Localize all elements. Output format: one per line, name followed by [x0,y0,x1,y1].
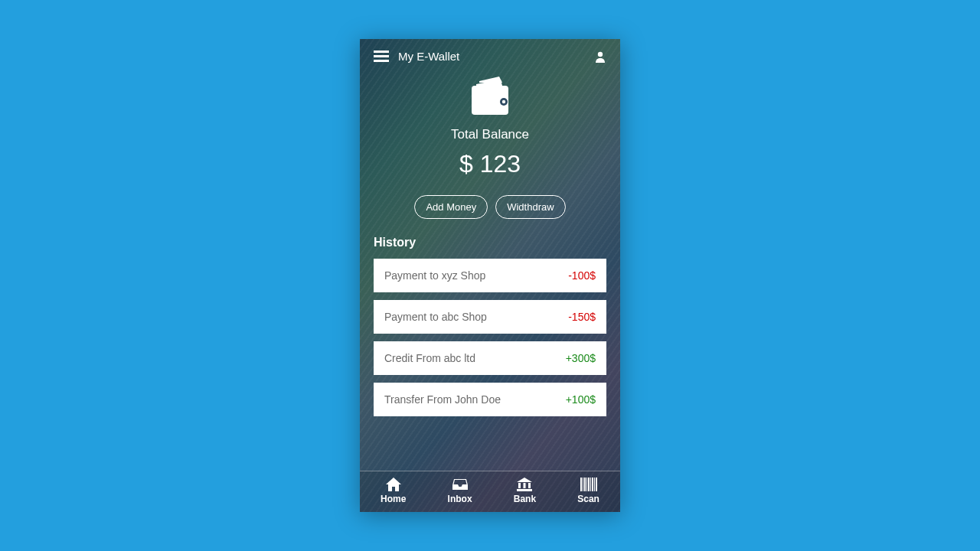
history-item-desc: Transfer From John Doe [384,393,501,406]
inbox-icon [452,478,468,491]
svg-point-6 [502,100,505,103]
svg-rect-8 [524,483,526,488]
svg-rect-13 [584,478,586,491]
barcode-icon [580,478,597,491]
svg-rect-1 [374,55,389,57]
nav-label: Inbox [448,494,472,504]
nav-label: Scan [577,494,599,504]
nav-bank[interactable]: Bank [514,478,536,504]
svg-point-3 [598,51,603,56]
balance-label: Total Balance [360,127,620,142]
history-item[interactable]: Transfer From John Doe+100$ [374,383,606,416]
svg-rect-17 [592,478,593,491]
history-item[interactable]: Payment to xyz Shop-100$ [374,259,606,292]
svg-rect-9 [528,483,531,488]
svg-rect-7 [518,483,521,488]
bank-icon [517,478,532,491]
top-bar: My E-Wallet [360,39,620,69]
history-item-desc: Payment to xyz Shop [384,269,485,282]
balance-section: Total Balance $ 123 Add Money Widthdraw [360,69,620,219]
nav-home[interactable]: Home [381,478,406,504]
history-item[interactable]: Credit From abc ltd+300$ [374,341,606,375]
svg-rect-12 [583,478,583,491]
history-item-amount: +100$ [566,393,596,406]
svg-rect-2 [374,60,389,62]
svg-rect-10 [517,489,532,491]
history-title: History [374,236,606,249]
history-item[interactable]: Payment to abc Shop-150$ [374,300,606,334]
history-item-amount: +300$ [566,352,596,364]
withdraw-button[interactable]: Widthdraw [495,195,565,219]
nav-label: Home [381,494,406,504]
history-item-amount: -100$ [568,269,596,282]
history-item-desc: Payment to abc Shop [384,311,487,323]
svg-rect-16 [590,478,591,491]
history-item-amount: -150$ [568,311,596,323]
svg-rect-15 [588,478,590,491]
svg-rect-14 [586,478,587,491]
history-section: History Payment to xyz Shop-100$Payment … [360,219,620,424]
svg-rect-11 [580,478,582,491]
bottom-nav: Home Inbox Bank [360,471,620,512]
home-icon [386,478,401,491]
history-item-desc: Credit From abc ltd [384,352,475,364]
svg-rect-18 [594,478,595,491]
phone-frame: My E-Wallet Total Balance $ 123 Add Mone… [360,39,620,512]
svg-rect-19 [596,478,597,491]
svg-rect-0 [374,51,389,53]
menu-icon[interactable] [374,51,389,63]
user-icon[interactable] [594,51,606,63]
wallet-icon [466,77,514,118]
nav-label: Bank [514,494,536,504]
add-money-button[interactable]: Add Money [414,195,488,219]
app-title: My E-Wallet [398,50,459,63]
balance-amount: $ 123 [360,150,620,178]
nav-inbox[interactable]: Inbox [448,478,472,504]
nav-scan[interactable]: Scan [577,478,599,504]
